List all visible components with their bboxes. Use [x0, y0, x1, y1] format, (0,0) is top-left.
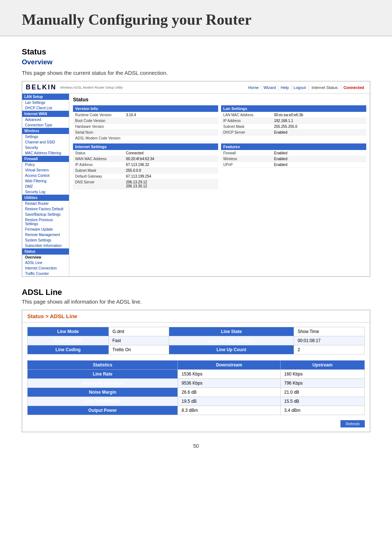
- sidebar-item-restore-previous[interactable]: Restore Previous Settings: [22, 217, 69, 227]
- line-rate-downstream: 1536 Kbps: [178, 370, 281, 379]
- sidebar-item-lan-settings[interactable]: Lan Settings: [22, 100, 69, 105]
- noise-margin-label: Noise Margin: [28, 388, 178, 397]
- feat-row-upnp: UPnP Enabled: [221, 162, 366, 168]
- adsl-top-table: Line Mode G.dmt Line State Show Time Lat…: [27, 327, 365, 354]
- line-rate-label: Line Rate: [28, 370, 178, 379]
- sidebar-item-subscriber-info[interactable]: Subscriber Information: [22, 243, 69, 248]
- sidebar-item-traffic-counter[interactable]: Traffic Counter: [22, 271, 69, 276]
- sidebar-item-overview[interactable]: Overview: [22, 255, 69, 260]
- adsl-frame-header: Status > ADSL Line: [22, 310, 370, 322]
- internet-status-label: Internet Status:: [309, 85, 342, 90]
- nav-home[interactable]: Home: [246, 85, 261, 90]
- feat-row-wireless: Wireless Enabled: [221, 156, 366, 162]
- feat-wireless-value: Enabled: [272, 156, 290, 162]
- sidebar-item-restart-router[interactable]: Restart Router: [22, 201, 69, 206]
- sidebar-item-internet-connection[interactable]: Internet Connection: [22, 265, 69, 271]
- lan-mac-label: LAN MAC Address: [221, 112, 272, 118]
- sidebar-item-remote-mgmt[interactable]: Remote Management: [22, 232, 69, 238]
- noise-margin-upstream: 21.0 dB: [280, 388, 364, 397]
- sidebar-section-lan: LAN Setup: [22, 94, 69, 100]
- sidebar-item-firmware-update[interactable]: Firmware Update: [22, 227, 69, 232]
- sidebar-item-advanced[interactable]: Advanced: [22, 117, 69, 122]
- line-state-header: Line State: [169, 327, 294, 336]
- sidebar-item-security[interactable]: Security: [22, 145, 69, 150]
- router-main: Status Version Info Runtime Code Version…: [69, 94, 370, 276]
- line-rate-upstream: 160 Kbps: [280, 370, 364, 379]
- sidebar-item-channel-ssid[interactable]: Channel and SSID: [22, 139, 69, 145]
- sidebar-item-virtual-servers[interactable]: Virtual Servers: [22, 167, 69, 173]
- boot-code-value: [124, 118, 128, 123]
- output-power-upstream: 3.4 dBm: [280, 406, 364, 415]
- lan-subnet-value: 255.255.255.0: [272, 124, 299, 129]
- output-power-downstream: 8.3 dBm: [178, 406, 281, 415]
- feat-wireless-label: Wireless: [221, 156, 272, 162]
- adsl-line-section: ADSL Line This page shows all informatio…: [22, 288, 370, 432]
- line-up-count-header: Line Up Count: [169, 345, 294, 354]
- inet-dns-value: 206.13.29.12 206.13.30.12: [124, 179, 149, 189]
- serial-num-label: Serial Num: [73, 130, 124, 135]
- status-description: This page shows the current status for t…: [22, 70, 370, 76]
- hardware-version-label: Hardware Version: [73, 124, 124, 129]
- nav-logout[interactable]: Logout: [291, 85, 309, 90]
- sidebar-item-system-settings[interactable]: System Settings: [22, 238, 69, 243]
- adsl-top-row-1: Line Mode G.dmt Line State Show Time: [28, 327, 365, 336]
- router-main-title: Status: [73, 97, 366, 102]
- stats-row-output-power: Output Power 8.3 dBm 3.4 dBm: [28, 406, 365, 415]
- lan-settings-header: Lan Settings: [221, 105, 366, 112]
- version-row-hardware: Hardware Version: [73, 124, 218, 130]
- stats-row-line-rate: Line Rate 1536 Kbps 160 Kbps: [28, 370, 365, 379]
- inet-row-gateway: Default Gateway 67.113.199.254: [73, 174, 218, 179]
- nav-wizard[interactable]: Wizard: [261, 85, 278, 90]
- line-mode-value: G.dmt: [109, 327, 169, 336]
- sidebar-section-internet-wan: Internet WAN: [22, 111, 69, 117]
- router-frame: BELKIN Wireless ADSL Modem Router Setup …: [22, 81, 370, 277]
- lan-row-subnet: Subnet Mask 255.255.255.0: [221, 124, 366, 130]
- sidebar-item-security-log[interactable]: Security Log: [22, 189, 69, 195]
- feat-upnp-value: Enabled: [272, 162, 290, 167]
- adsl-body: Line Mode G.dmt Line State Show Time Lat…: [22, 322, 370, 432]
- sidebar-section-wireless: Wireless: [22, 128, 69, 134]
- nav-help[interactable]: Help: [278, 85, 291, 90]
- belkin-nav: Home Wizard Help Logout Internet Status:…: [246, 85, 366, 90]
- overview-subheading: Overview: [22, 58, 370, 66]
- output-power-label: Output Power: [28, 406, 178, 415]
- serial-num-value: [124, 130, 128, 135]
- inet-mac-value: 00:20:4f:b4:62:34: [124, 156, 156, 162]
- adsl-modem-value: [124, 135, 128, 141]
- status-section: Status Overview This page shows the curr…: [22, 47, 370, 277]
- internet-status-value: Connected: [341, 85, 366, 90]
- attainable-rate-upstream: 796 Kbps: [280, 379, 364, 388]
- lan-dhcp-label: DHCP Server: [221, 130, 272, 135]
- sidebar-item-mac-filtering[interactable]: MAC Address Filtering: [22, 150, 69, 156]
- features-panel: Features Firewall Enabled Wireless Enabl…: [221, 143, 366, 189]
- lan-dhcp-value: Enabled: [272, 130, 290, 135]
- inet-subnet-value: 255.0.0.0: [124, 168, 143, 173]
- page-content: Status Overview This page shows the curr…: [0, 36, 392, 460]
- inet-row-mac: WAN MAC Address 00:20:4f:b4:62:34: [73, 156, 218, 162]
- sidebar-section-utilities: Utilities: [22, 195, 69, 201]
- internet-settings-header: Internet Settings: [73, 143, 218, 150]
- adsl-description: This page shows all information for the …: [22, 299, 370, 305]
- line-attenuation-downstream: 19.5 dB: [178, 397, 281, 406]
- sidebar-item-dmz[interactable]: DMZ: [22, 184, 69, 189]
- sidebar-item-settings[interactable]: Settings: [22, 134, 69, 139]
- sidebar-item-connection-type[interactable]: Connection Type: [22, 122, 69, 128]
- inet-row-dns: DNS Server 206.13.29.12 206.13.30.12: [73, 179, 218, 189]
- sidebar-item-restore-factory[interactable]: Restore Factory Default: [22, 206, 69, 212]
- attainable-rate-downstream: 9536 Kbps: [178, 379, 281, 388]
- sidebar-item-save-backup[interactable]: Save/Backup Settings: [22, 212, 69, 217]
- sidebar-item-web-filtering[interactable]: Web Filtering: [22, 178, 69, 184]
- sidebar-item-policy[interactable]: Policy: [22, 162, 69, 167]
- inet-dns-label: DNS Server: [73, 179, 124, 189]
- router-body: LAN Setup Lan Settings DHCP Client List …: [22, 94, 370, 276]
- sidebar-item-access-control[interactable]: Access Control: [22, 173, 69, 178]
- refresh-button[interactable]: Refresh: [340, 420, 365, 427]
- lan-row-ip: IP Address 192.168.1.1: [221, 118, 366, 124]
- sidebar-item-dhcp-client[interactable]: DHCP Client List: [22, 105, 69, 111]
- inet-subnet-label: Subnet Mask: [73, 168, 124, 173]
- status-heading: Status: [22, 47, 370, 57]
- stats-col-header: Statistics: [28, 361, 178, 370]
- sidebar-section-status: Status: [22, 248, 69, 255]
- sidebar-item-adsl-line[interactable]: ADSL Line: [22, 260, 69, 265]
- feat-upnp-label: UPnP: [221, 162, 272, 167]
